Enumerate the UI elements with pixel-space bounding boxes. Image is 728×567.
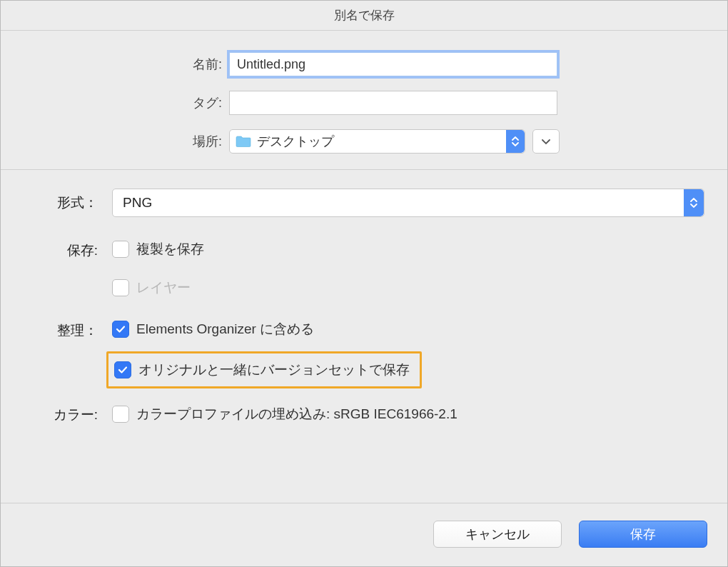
color-label: カラー: (24, 404, 112, 424)
location-controls: デスクトップ (229, 129, 560, 154)
dialog-title: 別名で保存 (1, 1, 727, 31)
location-value: デスクトップ (257, 133, 334, 150)
save-as-dialog: 別名で保存 名前: タグ: 場所: デスクトップ (0, 0, 728, 567)
check-icon (118, 366, 128, 374)
name-row: 名前: (29, 52, 699, 76)
format-value: PNG (123, 195, 152, 211)
color-profile-text: カラープロファイルの埋め込み: sRGB IEC61966-2.1 (136, 405, 457, 423)
tags-row: タグ: (29, 91, 699, 115)
dialog-title-text: 別名で保存 (334, 7, 395, 24)
save-options-row: 保存: 複製を保存 レイヤー (24, 237, 704, 300)
color-profile-checkbox[interactable] (112, 406, 129, 423)
save-options-label: 保存: (24, 240, 112, 260)
dialog-footer: キャンセル 保存 (1, 503, 727, 566)
save-copy-checkbox[interactable] (112, 241, 129, 258)
cancel-button-label: キャンセル (465, 526, 530, 543)
save-options-list: 複製を保存 レイヤー (112, 240, 204, 297)
format-stepper-icon (684, 189, 704, 216)
organize-versionset-checkbox[interactable] (114, 361, 131, 378)
layers-text: レイヤー (136, 279, 191, 297)
save-button[interactable]: 保存 (579, 521, 707, 548)
layers-checkbox (112, 279, 129, 296)
save-copy-text: 複製を保存 (136, 240, 204, 259)
lower-section: 形式： PNG 保存: 複製を保存 レイヤー (1, 170, 727, 503)
save-copy-item: 複製を保存 (112, 240, 204, 259)
format-select[interactable]: PNG (112, 189, 704, 217)
location-stepper-icon (506, 130, 525, 153)
upper-section: 名前: タグ: 場所: デスクトップ (1, 31, 727, 169)
organize-include-checkbox[interactable] (112, 321, 129, 338)
check-icon (116, 325, 126, 333)
location-label: 場所: (29, 133, 229, 150)
format-label: 形式： (24, 194, 112, 212)
organize-row: 整理： Elements Organizer に含める オリジナルと一緒にバージ… (24, 317, 704, 384)
color-row: カラー: カラープロファイルの埋め込み: sRGB IEC61966-2.1 (24, 401, 704, 427)
tags-input[interactable] (229, 91, 557, 115)
folder-icon (236, 135, 251, 148)
save-button-label: 保存 (630, 526, 656, 543)
filename-input[interactable] (229, 52, 557, 76)
organize-label: 整理： (24, 320, 112, 340)
organize-include-item: Elements Organizer に含める (112, 320, 412, 338)
organize-list: Elements Organizer に含める オリジナルと一緒にバージョンセッ… (112, 320, 412, 381)
organize-versionset-text: オリジナルと一緒にバージョンセットで保存 (138, 361, 410, 379)
location-select[interactable]: デスクトップ (229, 129, 525, 154)
layers-item: レイヤー (112, 279, 204, 297)
organize-versionset-item: オリジナルと一緒にバージョンセットで保存 (106, 351, 422, 388)
tags-label: タグ: (29, 94, 229, 111)
expand-location-button[interactable] (532, 129, 560, 154)
location-row: 場所: デスクトップ (29, 129, 699, 154)
format-row: 形式： PNG (24, 189, 704, 217)
chevron-down-icon (541, 135, 551, 148)
name-label: 名前: (29, 56, 229, 73)
organize-include-text: Elements Organizer に含める (136, 320, 314, 338)
color-list: カラープロファイルの埋め込み: sRGB IEC61966-2.1 (112, 405, 457, 423)
color-profile-item: カラープロファイルの埋め込み: sRGB IEC61966-2.1 (112, 405, 457, 423)
cancel-button[interactable]: キャンセル (433, 521, 562, 548)
